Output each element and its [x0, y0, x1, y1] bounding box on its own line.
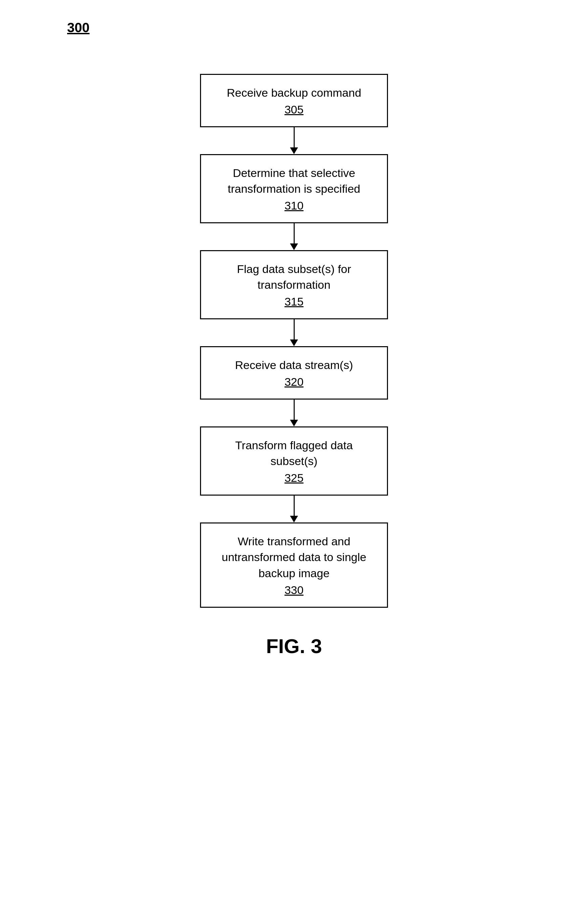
box-315-text: Flag data subset(s) for transformation [237, 262, 351, 291]
box-325: Transform flagged data subset(s) 325 [200, 426, 388, 495]
arrow-3 [290, 319, 298, 346]
box-320-number: 320 [215, 376, 373, 389]
figure-label: FIG. 3 [266, 635, 322, 658]
box-310: Determine that selective transformation … [200, 154, 388, 223]
box-320-text: Receive data stream(s) [235, 359, 353, 371]
arrow-line-3 [294, 319, 295, 340]
arrow-2 [290, 223, 298, 250]
box-330-number: 330 [215, 584, 373, 597]
box-305-text: Receive backup command [227, 86, 362, 99]
arrow-head-2 [290, 243, 298, 250]
arrow-line-5 [294, 495, 295, 516]
flowchart: Receive backup command 305 Determine tha… [0, 20, 588, 658]
arrow-line-1 [294, 127, 295, 147]
arrow-1 [290, 127, 298, 154]
arrow-head-1 [290, 147, 298, 154]
arrow-head-5 [290, 516, 298, 523]
arrow-head-4 [290, 420, 298, 426]
box-310-number: 310 [215, 199, 373, 212]
box-315-number: 315 [215, 295, 373, 308]
box-325-number: 325 [215, 471, 373, 484]
diagram-label: 300 [67, 20, 90, 35]
box-330-text: Write transformed and untransformed data… [222, 535, 367, 580]
box-315: Flag data subset(s) for transformation 3… [200, 250, 388, 319]
box-305: Receive backup command 305 [200, 74, 388, 127]
box-330: Write transformed and untransformed data… [200, 523, 388, 608]
page-container: 300 Receive backup command 305 Determine… [0, 0, 588, 918]
arrow-4 [290, 400, 298, 426]
box-310-text: Determine that selective transformation … [228, 167, 360, 196]
arrow-5 [290, 495, 298, 523]
box-325-text: Transform flagged data subset(s) [235, 439, 353, 468]
arrow-line-2 [294, 223, 295, 243]
box-305-number: 305 [215, 103, 373, 116]
arrow-line-4 [294, 400, 295, 420]
arrow-head-3 [290, 340, 298, 346]
box-320: Receive data stream(s) 320 [200, 346, 388, 400]
